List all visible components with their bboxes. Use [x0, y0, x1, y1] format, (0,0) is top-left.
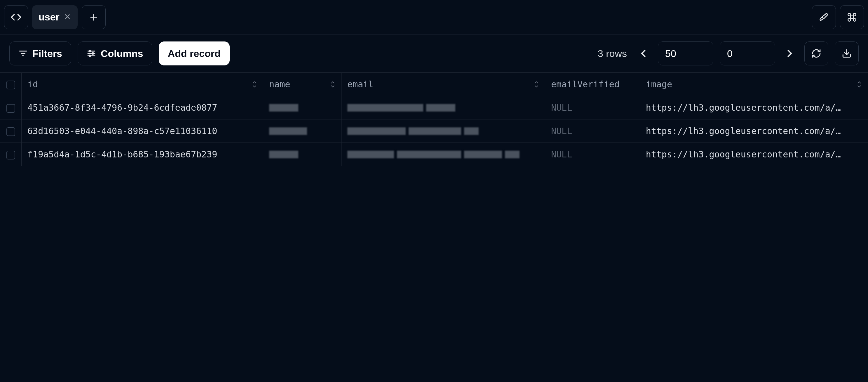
- page-size-input[interactable]: [658, 41, 713, 65]
- table-row[interactable]: 451a3667-8f34-4796-9b24-6cdfeade0877 NUL…: [0, 96, 868, 119]
- sliders-icon: [87, 49, 96, 58]
- cell-id[interactable]: f19a5d4a-1d5c-4d1b-b685-193bae67b239: [22, 143, 263, 166]
- cell-emailverified[interactable]: NULL: [545, 96, 640, 119]
- download-icon: [842, 49, 851, 58]
- column-header-emailverified[interactable]: emailVerified: [545, 73, 640, 96]
- add-record-label: Add record: [168, 48, 221, 59]
- tab-close-button[interactable]: [64, 11, 71, 23]
- tab-bar: user: [0, 0, 868, 34]
- refresh-icon: [811, 49, 821, 58]
- table-row[interactable]: 63d16503-e044-440a-898a-c57e11036110 NUL…: [0, 119, 868, 143]
- refresh-button[interactable]: [804, 41, 828, 65]
- sort-icon: [533, 80, 540, 88]
- cell-image[interactable]: https://lh3.googleusercontent.com/a/…: [640, 119, 868, 143]
- sort-email[interactable]: [533, 80, 540, 88]
- redacted-content: [269, 151, 335, 158]
- cell-name[interactable]: [263, 119, 341, 143]
- sort-id[interactable]: [251, 80, 258, 88]
- close-icon: [64, 13, 71, 21]
- redacted-content: [269, 127, 335, 135]
- sort-icon: [856, 80, 863, 88]
- redacted-content: [269, 104, 335, 112]
- chevron-right-icon: [784, 47, 796, 60]
- next-page-button[interactable]: [782, 45, 798, 62]
- columns-button[interactable]: Columns: [78, 41, 152, 65]
- cell-name[interactable]: [263, 143, 341, 166]
- row-checkbox[interactable]: [6, 104, 15, 113]
- cell-id[interactable]: 451a3667-8f34-4796-9b24-6cdfeade0877: [22, 96, 263, 119]
- row-checkbox[interactable]: [6, 127, 15, 136]
- redacted-content: [347, 151, 539, 158]
- tab-label: user: [38, 11, 60, 23]
- select-all-header: [0, 73, 22, 96]
- new-tab-button[interactable]: [82, 5, 106, 29]
- columns-label: Columns: [101, 48, 143, 59]
- cell-email[interactable]: [341, 96, 545, 119]
- plus-icon: [89, 12, 99, 22]
- filters-label: Filters: [32, 48, 62, 59]
- column-header-id[interactable]: id: [22, 73, 263, 96]
- paintbrush-icon: [819, 12, 829, 23]
- offset-input[interactable]: [720, 41, 775, 65]
- column-header-image[interactable]: image: [640, 73, 868, 96]
- code-icon: [10, 12, 22, 23]
- tab-user[interactable]: user: [32, 5, 78, 29]
- command-icon: [847, 12, 857, 23]
- redacted-content: [347, 104, 539, 112]
- paint-button[interactable]: [812, 5, 836, 29]
- chevron-left-icon: [637, 47, 649, 60]
- row-count: 3 rows: [598, 48, 627, 59]
- cell-email[interactable]: [341, 119, 545, 143]
- sort-name[interactable]: [330, 80, 336, 88]
- sort-icon: [330, 80, 336, 88]
- data-table: id name email emailVerified: [0, 72, 868, 166]
- cell-emailverified[interactable]: NULL: [545, 143, 640, 166]
- select-all-checkbox[interactable]: [6, 81, 15, 89]
- toolbar: Filters Columns Add record 3 rows: [0, 34, 868, 72]
- add-record-button[interactable]: Add record: [159, 41, 230, 65]
- cell-id[interactable]: 63d16503-e044-440a-898a-c57e11036110: [22, 119, 263, 143]
- cell-name[interactable]: [263, 96, 341, 119]
- cell-emailverified[interactable]: NULL: [545, 119, 640, 143]
- command-palette-button[interactable]: [840, 5, 864, 29]
- table-row[interactable]: f19a5d4a-1d5c-4d1b-b685-193bae67b239 NUL…: [0, 143, 868, 166]
- table-header-row: id name email emailVerified: [0, 73, 868, 96]
- cell-image[interactable]: https://lh3.googleusercontent.com/a/…: [640, 143, 868, 166]
- row-checkbox[interactable]: [6, 151, 15, 159]
- filter-icon: [19, 49, 28, 58]
- prev-page-button[interactable]: [635, 45, 651, 62]
- cell-email[interactable]: [341, 143, 545, 166]
- download-button[interactable]: [835, 41, 859, 65]
- sort-icon: [251, 80, 258, 88]
- column-header-name[interactable]: name: [263, 73, 341, 96]
- redacted-content: [347, 127, 539, 135]
- column-header-email[interactable]: email: [341, 73, 545, 96]
- sort-image[interactable]: [856, 80, 863, 88]
- cell-image[interactable]: https://lh3.googleusercontent.com/a/…: [640, 96, 868, 119]
- code-view-button[interactable]: [4, 5, 28, 29]
- filters-button[interactable]: Filters: [9, 41, 71, 65]
